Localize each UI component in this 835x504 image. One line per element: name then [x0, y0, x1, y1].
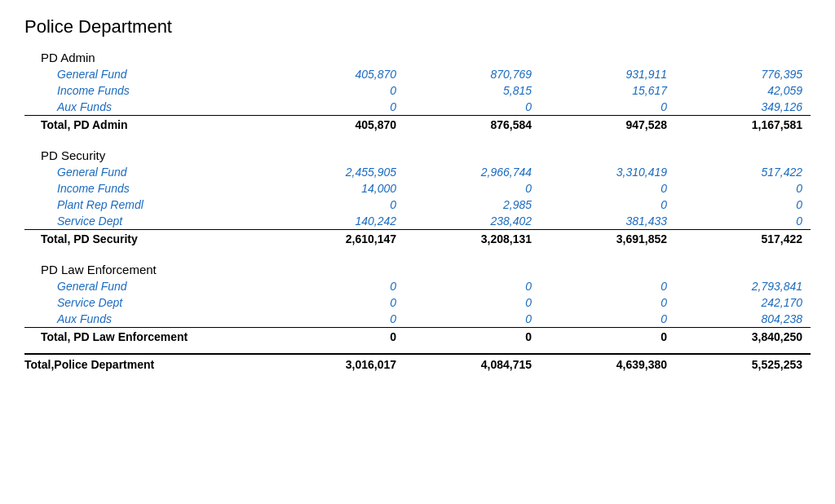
total-row: Total, PD Law Enforcement0003,840,250: [24, 328, 811, 347]
grand-total-row: Total,Police Department3,016,0174,084,71…: [24, 354, 811, 374]
fund-row: Aux Funds000349,126: [24, 99, 811, 116]
fund-row: Income Funds05,81515,61742,059: [24, 82, 811, 99]
fund-row: Service Dept000242,170: [24, 294, 811, 311]
total-row: Total, PD Admin405,870876,584947,5281,16…: [24, 116, 811, 135]
fund-row: General Fund405,870870,769931,911776,395: [24, 66, 811, 82]
section-header: PD Security: [24, 142, 811, 164]
section-header: PD Admin: [24, 44, 811, 66]
fund-row: General Fund2,455,9052,966,7443,310,4195…: [24, 164, 811, 180]
budget-table: PD AdminGeneral Fund405,870870,769931,91…: [24, 44, 811, 374]
fund-row: Plant Rep Remdl02,98500: [24, 197, 811, 213]
total-row: Total, PD Security2,610,1473,208,1313,69…: [24, 230, 811, 249]
section-header: PD Law Enforcement: [24, 256, 811, 278]
fund-row: Income Funds14,000000: [24, 180, 811, 197]
fund-row: Service Dept140,242238,402381,4330: [24, 213, 811, 230]
fund-row: General Fund0002,793,841: [24, 278, 811, 294]
fund-row: Aux Funds000804,238: [24, 311, 811, 328]
page-title: Police Department: [24, 16, 811, 38]
